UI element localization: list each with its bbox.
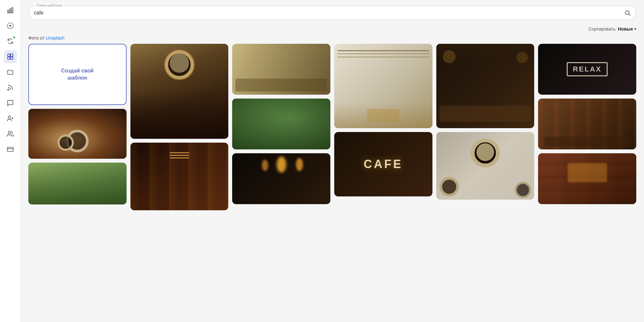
svg-rect-6 bbox=[7, 57, 10, 59]
svg-point-15 bbox=[625, 11, 629, 14]
search-input[interactable] bbox=[34, 6, 624, 20]
attribution: Фото от Unsplash bbox=[21, 34, 644, 44]
svg-line-16 bbox=[629, 14, 630, 16]
search-area: Поиск шаблона bbox=[21, 0, 644, 24]
sort-bar: Сортировать: Новые ▾ bbox=[21, 24, 644, 34]
svg-rect-4 bbox=[7, 54, 10, 56]
analytics-icon[interactable] bbox=[4, 4, 17, 17]
attribution-prefix: Фото от bbox=[28, 35, 44, 41]
team-icon[interactable] bbox=[4, 128, 17, 140]
photo-card[interactable] bbox=[538, 153, 636, 204]
search-wrapper: Поиск шаблона bbox=[28, 6, 636, 20]
search-label: Поиск шаблона bbox=[35, 3, 63, 7]
photo-card[interactable] bbox=[232, 44, 330, 95]
svg-point-9 bbox=[8, 116, 10, 118]
svg-rect-7 bbox=[10, 57, 13, 59]
photo-card[interactable] bbox=[436, 132, 535, 200]
photo-card[interactable] bbox=[232, 99, 330, 149]
grid-col-4 bbox=[436, 44, 535, 210]
billing-icon[interactable] bbox=[4, 143, 17, 156]
folder-icon[interactable] bbox=[4, 66, 17, 79]
add-user-icon[interactable] bbox=[4, 112, 17, 125]
create-template-text: Создай свой шаблон bbox=[61, 67, 94, 82]
sort-value[interactable]: Новые bbox=[618, 26, 633, 32]
svg-point-12 bbox=[8, 131, 10, 134]
grid-col-1 bbox=[130, 44, 229, 210]
photo-card[interactable] bbox=[334, 44, 432, 128]
photo-card[interactable]: CAFE bbox=[334, 132, 432, 196]
grid-col-0: Создай свой шаблон bbox=[28, 44, 127, 210]
svg-rect-0 bbox=[7, 10, 9, 13]
main-content: Поиск шаблона Сортировать: Новые ▾ Фото … bbox=[21, 0, 644, 322]
grid-area: Создай свой шаблон bbox=[21, 44, 644, 322]
photo-card[interactable] bbox=[28, 163, 127, 204]
photo-card[interactable] bbox=[538, 99, 636, 149]
feed-icon[interactable] bbox=[4, 81, 17, 94]
svg-rect-5 bbox=[10, 54, 13, 56]
photo-card[interactable] bbox=[436, 44, 535, 128]
photo-card[interactable]: RELAX bbox=[538, 44, 636, 95]
grid-col-2 bbox=[232, 44, 330, 210]
updates-badge bbox=[13, 36, 15, 39]
templates-icon[interactable] bbox=[4, 50, 17, 63]
photo-card[interactable] bbox=[232, 153, 330, 204]
sort-label: Сортировать: bbox=[588, 26, 617, 32]
create-template-card[interactable]: Создай свой шаблон bbox=[28, 44, 127, 105]
sort-chevron-icon[interactable]: ▾ bbox=[634, 27, 636, 31]
search-button[interactable] bbox=[624, 10, 631, 16]
ai-icon[interactable] bbox=[4, 19, 17, 32]
comments-icon[interactable] bbox=[4, 97, 17, 109]
svg-rect-13 bbox=[7, 147, 13, 152]
grid-col-5: RELAX bbox=[538, 44, 636, 210]
photo-card[interactable] bbox=[130, 44, 229, 139]
svg-rect-1 bbox=[10, 9, 11, 13]
svg-point-8 bbox=[7, 89, 9, 90]
photo-card[interactable] bbox=[130, 143, 229, 210]
updates-icon[interactable] bbox=[4, 35, 17, 48]
svg-rect-2 bbox=[12, 8, 13, 13]
grid-col-3: CAFE bbox=[334, 44, 432, 210]
photo-grid: Создай свой шаблон bbox=[28, 44, 636, 210]
photo-card[interactable] bbox=[28, 109, 127, 159]
attribution-link[interactable]: Unsplash bbox=[46, 35, 64, 41]
sidebar bbox=[0, 0, 21, 322]
